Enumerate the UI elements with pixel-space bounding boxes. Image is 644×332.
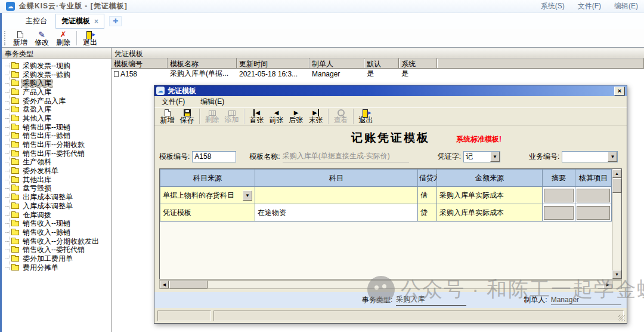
col-direction: 借贷方向 [418, 170, 437, 187]
tree-item[interactable]: 其他出库 [5, 176, 111, 185]
scrollbar-thumb[interactable] [612, 179, 621, 193]
dialog-exit-button[interactable]: 退出 [356, 109, 376, 124]
dialog-next-button[interactable]: ▶ 后张 [286, 109, 306, 124]
creator-value: Manager [551, 296, 621, 305]
tree-item[interactable]: 委外产品入库 [5, 97, 111, 106]
new-doc-icon [165, 109, 171, 116]
tab-home[interactable]: 主控台 [17, 14, 55, 29]
dialog-first-button[interactable]: ◀ 首张 [247, 109, 267, 124]
voucher-word-select[interactable]: 记 ▼ [463, 151, 500, 162]
col-default[interactable]: 默认 [364, 59, 399, 69]
tree-item[interactable]: 销售出库--赊销 [5, 132, 111, 141]
dialog-titlebar[interactable]: ☁ 凭证模板 × [154, 85, 627, 96]
scroll-down-icon[interactable]: ▼ [612, 270, 621, 279]
tree-item[interactable]: 销售收入--委托代销 [5, 245, 111, 254]
tree-item[interactable]: 销售出库--分期收款 [5, 140, 111, 149]
amount-source-cell[interactable]: 采购入库单实际成本 [437, 187, 543, 204]
entry-row-debit: 单据上物料的存货科目 ▼ 借 采购入库单实际成本 [160, 187, 612, 204]
business-no-select[interactable]: ▼ [562, 151, 618, 162]
chevron-down-icon[interactable]: ▼ [608, 152, 617, 162]
chevron-down-icon[interactable]: ▼ [243, 190, 252, 201]
dialog-menu-edit[interactable]: 编辑(E) [200, 97, 224, 107]
delete-button[interactable]: ✗ 删除 [52, 31, 74, 46]
tab-voucher-template[interactable]: 凭证模板 × [55, 14, 104, 29]
account-cell[interactable]: 在途物资 [255, 204, 418, 222]
tab-bar: 主控台 凭证模板 × ✚ [2, 13, 644, 29]
vertical-scrollbar[interactable]: ▲ ▼ [612, 169, 621, 279]
toolbar-separator [199, 109, 200, 124]
folder-icon [11, 116, 19, 121]
col-creator[interactable]: 制单人 [309, 59, 364, 69]
menu-system[interactable]: 系统(S) [541, 1, 565, 11]
tree-item-selected[interactable]: 采购入库 [5, 79, 111, 88]
tree-item[interactable]: 其他入库 [5, 114, 111, 123]
template-code-input[interactable]: A158 [192, 151, 236, 162]
tree-item[interactable]: 入库成本调整单 [5, 202, 111, 211]
col-template-name[interactable]: 模板名称 [168, 59, 237, 69]
tab-close-icon[interactable]: × [94, 18, 98, 25]
scroll-right-icon[interactable]: ▶ [603, 281, 612, 288]
scrollbar-corner [612, 281, 621, 288]
direction-cell[interactable]: 贷 [418, 204, 437, 222]
col-system[interactable]: 系统 [399, 59, 437, 69]
col-updated[interactable]: 更新时间 [237, 59, 309, 69]
col-template-code[interactable]: 模板编号 [112, 59, 168, 69]
dialog-last-button[interactable]: ▶ 末张 [306, 109, 326, 124]
toolbar-separator [328, 109, 329, 124]
tree-item[interactable]: 仓库调拨 [5, 211, 111, 220]
folder-icon [11, 256, 19, 262]
dialog-save-button[interactable]: 保存 [177, 109, 197, 124]
tree-item[interactable]: 采购发票--赊购 [5, 70, 111, 79]
folder-icon [11, 186, 19, 191]
dialog-close-button[interactable]: × [614, 87, 625, 96]
exit-button[interactable]: 退出 [79, 31, 101, 46]
template-name-value: 采购入库单(单据直接生成-实际价) [283, 151, 409, 162]
table-row[interactable]: A158 采购入库单(单据... 2021-05-18 16:3... Mana… [112, 69, 644, 79]
tree-item[interactable]: 盘亏毁损 [5, 185, 111, 193]
chevron-down-icon[interactable]: ▼ [490, 152, 500, 162]
app-logo-cloud-icon: ☁ [6, 2, 15, 11]
tree-item[interactable]: 销售收入--赊销 [5, 228, 111, 237]
folder-icon [11, 142, 19, 147]
scrollbar-thumb[interactable] [169, 281, 208, 288]
account-cell[interactable] [255, 187, 418, 204]
dialog-cloud-icon: ☁ [156, 87, 165, 95]
tree-item[interactable]: 产品入库 [5, 88, 111, 97]
col-amount-source: 金额来源 [437, 170, 543, 187]
tree-item[interactable]: 采购发票--现购 [5, 62, 111, 70]
menu-file[interactable]: 文件(F) [578, 1, 601, 11]
tree-item[interactable]: 销售收入--分期收款发出 [5, 237, 111, 246]
resize-grip[interactable] [618, 315, 625, 321]
template-code-label: 模板编号: [159, 152, 190, 162]
tree-item[interactable]: 销售出库--委托代销 [5, 149, 111, 158]
tree-item[interactable]: 委外加工费用单 [5, 254, 111, 263]
account-source-cell[interactable]: 凭证模板 [160, 204, 255, 222]
delete-row-icon [209, 110, 216, 116]
scroll-up-icon[interactable]: ▲ [612, 169, 621, 178]
add-tab-icon[interactable]: ✚ [109, 16, 122, 26]
tree-item[interactable]: 销售收入--现销 [5, 219, 111, 228]
row-doc-icon [114, 71, 119, 77]
dialog-heading-row: 记账凭证模板 系统标准模板! [159, 130, 622, 146]
dialog-prev-button[interactable]: ◀ 前张 [267, 109, 286, 124]
last-record-icon: ▶ [312, 109, 319, 116]
new-button[interactable]: 新增 [10, 31, 31, 46]
tree-item[interactable]: 销售出库--现销 [5, 123, 111, 132]
tree-item[interactable]: 费用分摊单 [5, 263, 111, 272]
dialog-append-row-button-disabled: 添加 [222, 109, 242, 124]
direction-cell[interactable]: 借 [418, 187, 437, 204]
entry-row-credit: 凭证模板 在途物资 贷 采购入库单实际成本 [160, 204, 612, 222]
tree-item[interactable]: 出库成本调整单 [5, 193, 111, 202]
tree-item[interactable]: 委外发料单 [5, 167, 111, 176]
dialog-menu-file[interactable]: 文件(F) [162, 97, 185, 107]
menu-edit[interactable]: 编辑(E) [614, 1, 638, 11]
tree-item[interactable]: 生产领料 [5, 158, 111, 167]
voucher-word-label: 凭证字: [438, 152, 461, 162]
tree-item[interactable]: 盘盈入库 [5, 105, 111, 114]
dialog-new-button[interactable]: 新增 [157, 109, 177, 124]
edit-button[interactable]: ✎ 修改 [31, 31, 52, 46]
horizontal-scrollbar[interactable]: ◀ ▶ [159, 280, 622, 289]
amount-source-cell[interactable]: 采购入库单实际成本 [437, 204, 543, 222]
account-source-cell-highlighted[interactable]: 单据上物料的存货科目 ▼ [160, 187, 255, 204]
scroll-left-icon[interactable]: ◀ [160, 281, 169, 288]
